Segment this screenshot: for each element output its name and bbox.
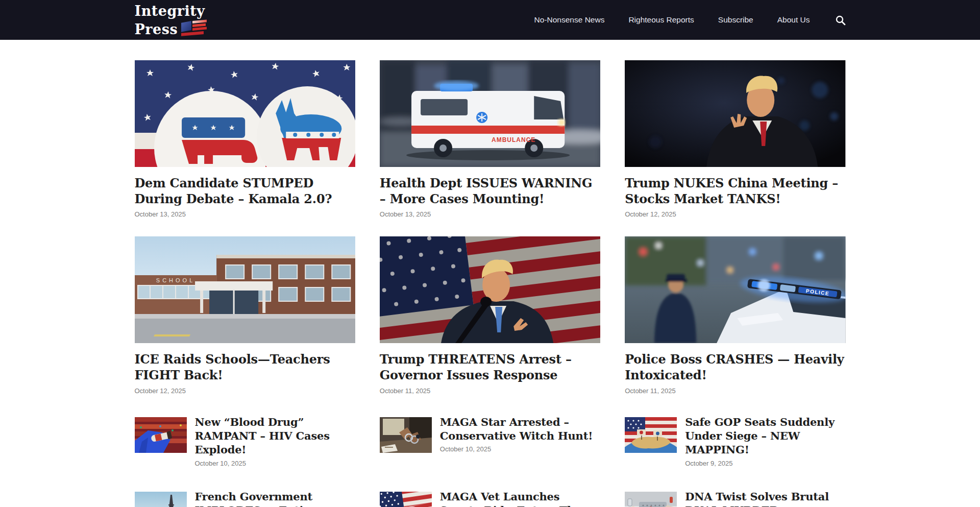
top-nav-bar: Integrity Press	[0, 0, 980, 40]
brief-image-us-map-flag[interactable]	[625, 417, 677, 453]
nav-no-nonsense-news[interactable]: No-Nonsense News	[534, 15, 605, 25]
article-card-police-boss: POLICE Police Boss CRASHES — Heavily Int…	[625, 236, 845, 394]
brief-title[interactable]: DNA Twist Solves Brutal DUAL MURDER	[685, 490, 845, 507]
article-image-dem-vs-gop[interactable]	[135, 60, 355, 167]
brief-card-maga-arrest: MAGA Star Arrested – Conservative Witch …	[380, 417, 600, 467]
article-card-trump-china: Trump NUKES China Meeting – Stocks Marke…	[625, 60, 845, 218]
brief-title[interactable]: MAGA Star Arrested – Conservative Witch …	[440, 415, 600, 443]
article-date: October 13, 2025	[135, 210, 355, 218]
article-title[interactable]: ICE Raids Schools—Teachers FIGHT Back!	[135, 352, 355, 383]
article-image-police-car[interactable]: POLICE	[625, 236, 845, 343]
brief-date: October 10, 2025	[440, 445, 600, 453]
secondary-articles: New “Blood Drug” RAMPANT – HIV Cases Exp…	[135, 417, 846, 507]
article-date: October 11, 2025	[380, 387, 600, 395]
nav-about-us[interactable]: About Us	[777, 15, 810, 25]
brief-date: October 9, 2025	[685, 460, 845, 467]
article-date: October 12, 2025	[135, 387, 355, 395]
brief-card-gop-seats: Safe GOP Seats Suddenly Under Siege – NE…	[625, 417, 845, 467]
article-image-trump-flag-backdrop[interactable]	[380, 236, 600, 343]
site-logo[interactable]: Integrity Press	[135, 5, 208, 36]
article-card-dem-debate: Dem Candidate STUMPED During Debate – Ka…	[135, 60, 355, 218]
brief-title[interactable]: MAGA Vet Launches Senate Bid – Enters Th…	[440, 490, 600, 507]
brief-card-blood-drug: New “Blood Drug” RAMPANT – HIV Cases Exp…	[135, 417, 355, 467]
article-title[interactable]: Health Dept ISSUES WARNING – More Cases …	[380, 176, 600, 207]
article-card-trump-threatens: Trump THREATENS Arrest – Governor Issues…	[380, 236, 600, 394]
logo-us-flag-icon	[180, 19, 208, 37]
nav-righteous-reports[interactable]: Righteous Reports	[628, 15, 694, 25]
school-label: SCHOOL	[156, 277, 194, 283]
article-title[interactable]: Dem Candidate STUMPED During Debate – Ka…	[135, 176, 355, 207]
article-card-health-warning: AMBULANCE Health Dept ISSUES WARNING – M…	[380, 60, 600, 218]
logo-line2: Press	[135, 23, 178, 36]
article-date: October 12, 2025	[625, 210, 845, 218]
brief-title[interactable]: French Government IMPLODES — Entire Cabi…	[195, 490, 355, 507]
brief-image-dna-lab[interactable]	[625, 492, 677, 507]
article-date: October 11, 2025	[625, 387, 845, 395]
main-nav: No-Nonsense News Righteous Reports Subsc…	[534, 15, 846, 26]
article-date: October 13, 2025	[380, 210, 600, 218]
article-title[interactable]: Trump NUKES China Meeting – Stocks Marke…	[625, 176, 845, 207]
article-image-ambulance[interactable]: AMBULANCE	[380, 60, 600, 167]
news-feed: Dem Candidate STUMPED During Debate – Ka…	[135, 40, 846, 507]
brief-image-flag-gop-badge[interactable]	[380, 492, 432, 507]
brief-image-handcuffed-hands[interactable]	[380, 417, 432, 453]
article-title[interactable]: Police Boss CRASHES — Heavily Intoxicate…	[625, 352, 845, 383]
nav-subscribe[interactable]: Subscribe	[718, 15, 753, 25]
brief-card-dna-murder: DNA Twist Solves Brutal DUAL MURDER Octo…	[625, 492, 845, 507]
brief-date: October 10, 2025	[195, 460, 355, 467]
brief-title[interactable]: Safe GOP Seats Suddenly Under Siege – NE…	[685, 415, 845, 457]
brief-image-paris-eiffel[interactable]	[135, 492, 187, 507]
search-icon[interactable]	[835, 15, 846, 26]
article-title[interactable]: Trump THREATENS Arrest – Governor Issues…	[380, 352, 600, 383]
logo-line1: Integrity	[135, 5, 208, 17]
ambulance-label: AMBULANCE	[492, 136, 535, 143]
brief-image-blood-vial[interactable]	[135, 417, 187, 453]
brief-card-french-government: French Government IMPLODES — Entire Cabi…	[135, 492, 355, 507]
featured-articles: Dem Candidate STUMPED During Debate – Ka…	[135, 60, 846, 395]
article-card-ice-schools: SCHOOL ICE Raids Schools—Teachers FIGHT …	[135, 236, 355, 394]
brief-title[interactable]: New “Blood Drug” RAMPANT – HIV Cases Exp…	[195, 415, 355, 457]
article-image-trump-dark-stage[interactable]	[625, 60, 845, 167]
article-image-school-building[interactable]: SCHOOL	[135, 236, 355, 343]
brief-card-maga-vet: MAGA Vet Launches Senate Bid – Enters Th…	[380, 492, 600, 507]
